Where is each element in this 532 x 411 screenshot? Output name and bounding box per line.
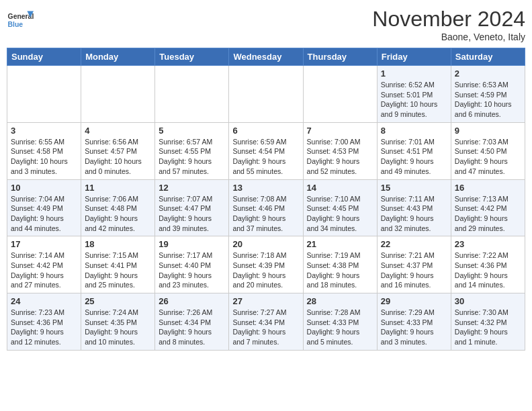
table-row: 26Sunrise: 7:26 AM Sunset: 4:34 PM Dayli… [155, 293, 229, 351]
header-monday: Monday [81, 48, 155, 66]
table-row: 2Sunrise: 6:53 AM Sunset: 4:59 PM Daylig… [451, 66, 525, 123]
day-number: 9 [455, 126, 521, 136]
day-number: 21 [307, 239, 373, 249]
day-info: Sunrise: 7:19 AM Sunset: 4:38 PM Dayligh… [307, 250, 373, 290]
day-info: Sunrise: 7:03 AM Sunset: 4:50 PM Dayligh… [455, 137, 521, 177]
day-info: Sunrise: 7:06 AM Sunset: 4:48 PM Dayligh… [85, 194, 151, 234]
day-info: Sunrise: 7:01 AM Sunset: 4:51 PM Dayligh… [381, 137, 447, 177]
day-info: Sunrise: 7:28 AM Sunset: 4:33 PM Dayligh… [307, 308, 373, 347]
day-info: Sunrise: 7:17 AM Sunset: 4:40 PM Dayligh… [159, 250, 225, 290]
day-number: 23 [455, 239, 521, 249]
day-info: Sunrise: 7:18 AM Sunset: 4:39 PM Dayligh… [232, 250, 299, 290]
day-number: 7 [307, 126, 373, 136]
table-row: 23Sunrise: 7:22 AM Sunset: 4:36 PM Dayli… [451, 236, 525, 293]
day-info: Sunrise: 7:15 AM Sunset: 4:41 PM Dayligh… [85, 250, 151, 290]
table-row: 12Sunrise: 7:07 AM Sunset: 4:47 PM Dayli… [155, 179, 229, 236]
table-row: 19Sunrise: 7:17 AM Sunset: 4:40 PM Dayli… [155, 236, 229, 293]
day-number: 20 [232, 239, 299, 249]
day-info: Sunrise: 6:55 AM Sunset: 4:58 PM Dayligh… [11, 137, 77, 177]
table-row [81, 66, 155, 123]
table-row [7, 66, 81, 123]
day-number: 2 [455, 68, 521, 79]
table-row [303, 66, 377, 123]
header-wednesday: Wednesday [229, 48, 303, 66]
day-info: Sunrise: 7:04 AM Sunset: 4:49 PM Dayligh… [11, 194, 77, 234]
table-row: 30Sunrise: 7:30 AM Sunset: 4:32 PM Dayli… [451, 293, 525, 351]
table-row: 13Sunrise: 7:08 AM Sunset: 4:46 PM Dayli… [229, 179, 303, 236]
day-info: Sunrise: 7:10 AM Sunset: 4:45 PM Dayligh… [307, 194, 373, 234]
table-row: 15Sunrise: 7:11 AM Sunset: 4:43 PM Dayli… [377, 179, 451, 236]
table-row: 22Sunrise: 7:21 AM Sunset: 4:37 PM Dayli… [377, 236, 451, 293]
table-row: 8Sunrise: 7:01 AM Sunset: 4:51 PM Daylig… [377, 122, 451, 179]
day-info: Sunrise: 7:22 AM Sunset: 4:36 PM Dayligh… [455, 250, 521, 290]
day-info: Sunrise: 7:27 AM Sunset: 4:34 PM Dayligh… [232, 308, 299, 347]
day-number: 30 [455, 296, 521, 306]
table-row: 6Sunrise: 6:59 AM Sunset: 4:54 PM Daylig… [229, 122, 303, 179]
table-row: 24Sunrise: 7:23 AM Sunset: 4:36 PM Dayli… [7, 293, 81, 351]
calendar-week-5: 24Sunrise: 7:23 AM Sunset: 4:36 PM Dayli… [7, 293, 525, 351]
day-info: Sunrise: 6:56 AM Sunset: 4:57 PM Dayligh… [85, 137, 151, 177]
page-header: General Blue November 2024 Baone, Veneto… [7, 7, 525, 42]
title-block: November 2024 Baone, Veneto, Italy [372, 7, 525, 42]
day-info: Sunrise: 7:29 AM Sunset: 4:33 PM Dayligh… [381, 308, 447, 347]
day-number: 26 [159, 296, 225, 306]
table-row: 18Sunrise: 7:15 AM Sunset: 4:41 PM Dayli… [81, 236, 155, 293]
header-tuesday: Tuesday [155, 48, 229, 66]
day-number: 14 [307, 183, 373, 193]
day-number: 6 [232, 126, 299, 136]
day-info: Sunrise: 7:24 AM Sunset: 4:35 PM Dayligh… [85, 308, 151, 347]
header-friday: Friday [377, 48, 451, 66]
calendar-week-1: 1Sunrise: 6:52 AM Sunset: 5:01 PM Daylig… [7, 66, 525, 123]
table-row [229, 66, 303, 123]
day-info: Sunrise: 6:59 AM Sunset: 4:54 PM Dayligh… [232, 137, 299, 177]
day-number: 8 [381, 126, 447, 136]
day-info: Sunrise: 7:26 AM Sunset: 4:34 PM Dayligh… [159, 308, 225, 347]
day-number: 27 [232, 296, 299, 306]
day-number: 3 [11, 126, 77, 136]
day-info: Sunrise: 7:21 AM Sunset: 4:37 PM Dayligh… [381, 250, 447, 290]
day-number: 13 [232, 183, 299, 193]
table-row: 9Sunrise: 7:03 AM Sunset: 4:50 PM Daylig… [451, 122, 525, 179]
header-thursday: Thursday [303, 48, 377, 66]
table-row: 21Sunrise: 7:19 AM Sunset: 4:38 PM Dayli… [303, 236, 377, 293]
day-info: Sunrise: 6:57 AM Sunset: 4:55 PM Dayligh… [159, 137, 225, 177]
table-row [155, 66, 229, 123]
day-number: 4 [85, 126, 151, 136]
table-row: 28Sunrise: 7:28 AM Sunset: 4:33 PM Dayli… [303, 293, 377, 351]
day-number: 1 [381, 68, 447, 79]
day-number: 18 [85, 239, 151, 249]
location: Baone, Veneto, Italy [372, 32, 525, 42]
day-number: 19 [159, 239, 225, 249]
day-info: Sunrise: 6:53 AM Sunset: 4:59 PM Dayligh… [455, 80, 521, 120]
logo: General Blue [7, 7, 36, 34]
calendar-header-row: Sunday Monday Tuesday Wednesday Thursday… [7, 48, 525, 66]
month-title: November 2024 [372, 7, 525, 32]
calendar-week-3: 10Sunrise: 7:04 AM Sunset: 4:49 PM Dayli… [7, 179, 525, 236]
table-row: 7Sunrise: 7:00 AM Sunset: 4:53 PM Daylig… [303, 122, 377, 179]
table-row: 14Sunrise: 7:10 AM Sunset: 4:45 PM Dayli… [303, 179, 377, 236]
table-row: 3Sunrise: 6:55 AM Sunset: 4:58 PM Daylig… [7, 122, 81, 179]
header-saturday: Saturday [451, 48, 525, 66]
table-row: 20Sunrise: 7:18 AM Sunset: 4:39 PM Dayli… [229, 236, 303, 293]
table-row: 1Sunrise: 6:52 AM Sunset: 5:01 PM Daylig… [377, 66, 451, 123]
svg-text:Blue: Blue [8, 21, 24, 28]
table-row: 16Sunrise: 7:13 AM Sunset: 4:42 PM Dayli… [451, 179, 525, 236]
table-row: 27Sunrise: 7:27 AM Sunset: 4:34 PM Dayli… [229, 293, 303, 351]
day-number: 10 [11, 183, 77, 193]
day-number: 25 [85, 296, 151, 306]
day-number: 16 [455, 183, 521, 193]
day-number: 5 [159, 126, 225, 136]
table-row: 11Sunrise: 7:06 AM Sunset: 4:48 PM Dayli… [81, 179, 155, 236]
day-info: Sunrise: 7:23 AM Sunset: 4:36 PM Dayligh… [11, 308, 77, 347]
logo-icon: General Blue [7, 7, 34, 34]
table-row: 5Sunrise: 6:57 AM Sunset: 4:55 PM Daylig… [155, 122, 229, 179]
calendar-week-4: 17Sunrise: 7:14 AM Sunset: 4:42 PM Dayli… [7, 236, 525, 293]
day-number: 29 [381, 296, 447, 306]
day-info: Sunrise: 7:00 AM Sunset: 4:53 PM Dayligh… [307, 137, 373, 177]
table-row: 10Sunrise: 7:04 AM Sunset: 4:49 PM Dayli… [7, 179, 81, 236]
calendar-body: 1Sunrise: 6:52 AM Sunset: 5:01 PM Daylig… [7, 66, 525, 351]
table-row: 25Sunrise: 7:24 AM Sunset: 4:35 PM Dayli… [81, 293, 155, 351]
day-number: 12 [159, 183, 225, 193]
day-number: 24 [11, 296, 77, 306]
calendar-week-2: 3Sunrise: 6:55 AM Sunset: 4:58 PM Daylig… [7, 122, 525, 179]
